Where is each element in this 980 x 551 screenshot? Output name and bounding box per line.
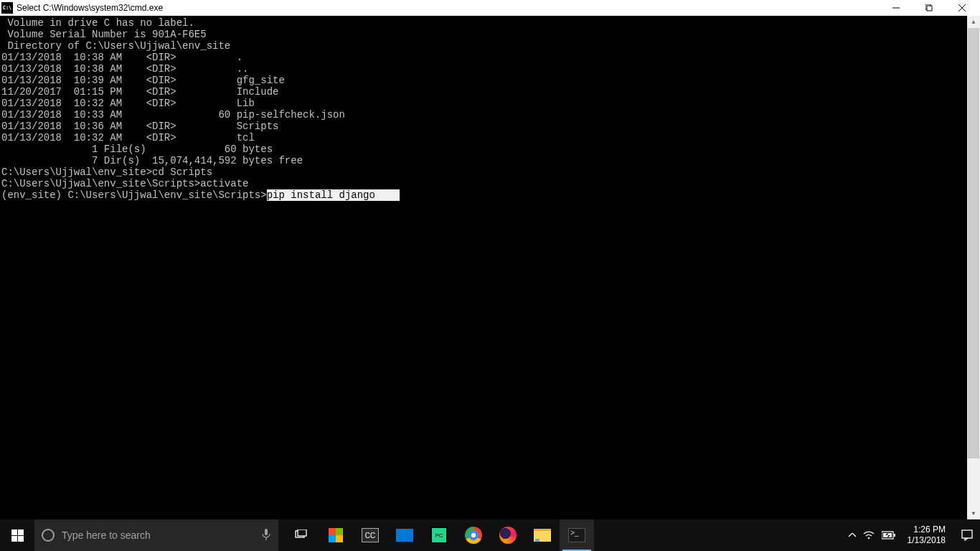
- task-view-button[interactable]: [284, 519, 319, 551]
- terminal-line: 01/13/2018 10:38 AM <DIR> ..: [1, 63, 980, 75]
- window-titlebar: C:\ Select C:\Windows\system32\cmd.exe: [0, 0, 980, 16]
- windows-logo-icon: [11, 529, 24, 542]
- ms-store-icon: [329, 528, 343, 542]
- wifi-icon[interactable]: [863, 531, 875, 540]
- svg-point-13: [867, 537, 869, 539]
- terminal-line: 01/13/2018 10:32 AM <DIR> Lib: [1, 98, 980, 109]
- taskbar: Type here to search CC PC: [0, 519, 980, 551]
- terminal-current-line: (env_site) C:\Users\Ujjwal\env_site\Scri…: [1, 189, 980, 201]
- battery-icon[interactable]: [882, 531, 896, 540]
- action-center-button[interactable]: [957, 529, 977, 541]
- window-title: Select C:\Windows\system32\cmd.exe: [17, 3, 880, 13]
- taskbar-app-cmd[interactable]: >_: [560, 519, 594, 551]
- terminal-line: 1 File(s) 60 bytes: [1, 143, 980, 155]
- svg-rect-9: [265, 529, 268, 535]
- terminal-output[interactable]: Volume in drive C has no label. Volume S…: [0, 16, 980, 519]
- taskbar-apps: CC PC >_: [278, 519, 594, 551]
- search-placeholder: Type here to search: [62, 529, 254, 541]
- terminal-line: 01/13/2018 10:33 AM 60 pip-selfcheck.jso…: [1, 109, 980, 121]
- terminal-line: C:\Users\Ujjwal\env_site\Scripts>activat…: [1, 178, 980, 189]
- tray-clock[interactable]: 1:26 PM 1/13/2018: [903, 524, 950, 546]
- terminal-line: 7 Dir(s) 15,074,414,592 bytes free: [1, 155, 980, 166]
- terminal-selected-command: pip install django: [267, 189, 400, 201]
- tray-date: 1/13/2018: [908, 535, 946, 546]
- scrollbar-up-button[interactable]: ▲: [967, 16, 980, 28]
- tray-time: 1:26 PM: [908, 524, 946, 535]
- terminal-line: Volume Serial Number is 901A-F6E5: [1, 29, 980, 40]
- scrollbar-down-button[interactable]: ▼: [967, 507, 980, 519]
- svg-rect-12: [298, 529, 306, 536]
- terminal-line: 01/13/2018 10:36 AM <DIR> Scripts: [1, 121, 980, 132]
- terminal-prompt: (env_site) C:\Users\Ujjwal\env_site\Scri…: [1, 189, 267, 201]
- task-view-icon: [295, 529, 308, 542]
- action-center-icon: [961, 529, 973, 541]
- terminal-line: Directory of C:\Users\Ujjwal\env_site: [1, 40, 980, 52]
- svg-rect-2: [927, 6, 932, 11]
- taskbar-app-store[interactable]: [319, 519, 353, 551]
- search-box[interactable]: Type here to search: [34, 519, 278, 551]
- minimize-icon: [892, 4, 900, 11]
- mail-icon: [396, 529, 413, 542]
- taskbar-app-firefox[interactable]: [491, 519, 525, 551]
- cortana-icon: [42, 529, 55, 542]
- svg-rect-15: [894, 534, 895, 537]
- terminal-line: 11/20/2017 01:15 PM <DIR> Include: [1, 86, 980, 98]
- scrollbar-thumb[interactable]: [968, 28, 979, 458]
- cmd-titlebar-icon: C:\: [1, 2, 13, 14]
- taskbar-app-explorer[interactable]: [525, 519, 560, 551]
- svg-rect-17: [962, 530, 972, 538]
- chevron-up-icon: [849, 533, 856, 537]
- terminal-line: 01/13/2018 10:39 AM <DIR> gfg_site: [1, 75, 980, 86]
- start-button[interactable]: [0, 519, 34, 551]
- close-button[interactable]: [946, 0, 979, 16]
- firefox-icon: [499, 527, 517, 544]
- cmd-icon: >_: [568, 528, 585, 542]
- terminal-line: C:\Users\Ujjwal\env_site>cd Scripts: [1, 166, 980, 178]
- svg-rect-5: [11, 529, 17, 535]
- system-tray: 1:26 PM 1/13/2018: [849, 519, 980, 551]
- svg-rect-8: [18, 536, 24, 542]
- microphone-icon[interactable]: [261, 528, 271, 543]
- file-explorer-icon: [534, 529, 551, 542]
- minimize-button[interactable]: [880, 0, 913, 16]
- close-icon: [958, 4, 966, 11]
- svg-rect-7: [11, 536, 17, 542]
- pycharm-icon: PC: [430, 527, 448, 544]
- maximize-button[interactable]: [913, 0, 946, 16]
- tray-overflow-button[interactable]: [849, 533, 856, 537]
- window-controls: [880, 0, 979, 16]
- taskbar-app-pycharm[interactable]: PC: [422, 519, 456, 551]
- terminal-line: 01/13/2018 10:38 AM <DIR> .: [1, 52, 980, 63]
- maximize-icon: [925, 4, 933, 11]
- taskbar-app-chrome[interactable]: [456, 519, 491, 551]
- svg-rect-6: [18, 529, 24, 535]
- taskbar-app-cc[interactable]: CC: [353, 519, 387, 551]
- vertical-scrollbar[interactable]: ▲ ▼: [967, 16, 980, 519]
- chrome-icon: [465, 527, 482, 544]
- terminal-line: Volume in drive C has no label.: [1, 17, 980, 29]
- cc-icon: CC: [362, 528, 379, 542]
- taskbar-app-mail[interactable]: [387, 519, 422, 551]
- terminal-line: 01/13/2018 10:32 AM <DIR> tcl: [1, 132, 980, 143]
